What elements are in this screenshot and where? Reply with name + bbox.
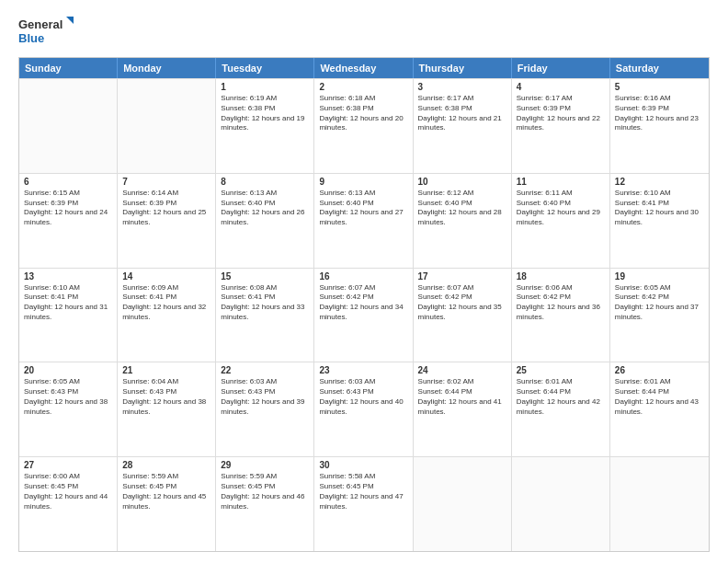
- calendar-header: SundayMondayTuesdayWednesdayThursdayFrid…: [19, 58, 709, 78]
- day-number: 22: [221, 365, 309, 375]
- cell-info: Sunrise: 6:06 AMSunset: 6:42 PMDaylight:…: [517, 283, 605, 323]
- calendar-cell-5: 5 Sunrise: 6:16 AMSunset: 6:39 PMDayligh…: [610, 79, 709, 173]
- calendar-cell-21: 21 Sunrise: 6:04 AMSunset: 6:43 PMDaylig…: [118, 362, 216, 456]
- calendar-cell-26: 26 Sunrise: 6:01 AMSunset: 6:44 PMDaylig…: [610, 362, 709, 456]
- calendar-cell-2: 2 Sunrise: 6:18 AMSunset: 6:38 PMDayligh…: [314, 79, 413, 173]
- calendar-cell-19: 19 Sunrise: 6:05 AMSunset: 6:42 PMDaylig…: [610, 269, 709, 362]
- calendar-cell-6: 6 Sunrise: 6:15 AMSunset: 6:39 PMDayligh…: [19, 174, 118, 268]
- day-number: 15: [221, 271, 309, 282]
- logo: General Blue: [18, 15, 74, 48]
- calendar-cell-10: 10 Sunrise: 6:12 AMSunset: 6:40 PMDaylig…: [414, 174, 512, 268]
- day-number: 24: [418, 365, 506, 375]
- calendar-cell-13: 13 Sunrise: 6:10 AMSunset: 6:41 PMDaylig…: [19, 269, 118, 362]
- calendar-cell-22: 22 Sunrise: 6:03 AMSunset: 6:43 PMDaylig…: [216, 362, 314, 456]
- cell-info: Sunrise: 6:02 AMSunset: 6:44 PMDaylight:…: [418, 377, 506, 417]
- logo-svg: General Blue: [18, 15, 74, 48]
- header-day-thursday: Thursday: [414, 58, 512, 78]
- cell-info: Sunrise: 6:03 AMSunset: 6:43 PMDaylight:…: [319, 377, 407, 417]
- calendar-cell-empty: [118, 79, 216, 173]
- calendar-cell-17: 17 Sunrise: 6:07 AMSunset: 6:42 PMDaylig…: [414, 269, 512, 362]
- day-number: 19: [615, 271, 704, 282]
- cell-info: Sunrise: 6:11 AMSunset: 6:40 PMDaylight:…: [517, 189, 605, 228]
- calendar-cell-4: 4 Sunrise: 6:17 AMSunset: 6:39 PMDayligh…: [512, 79, 610, 173]
- cell-info: Sunrise: 5:59 AMSunset: 6:45 PMDaylight:…: [221, 472, 309, 511]
- calendar-row-1: 1 Sunrise: 6:19 AMSunset: 6:38 PMDayligh…: [19, 78, 709, 173]
- cell-info: Sunrise: 6:10 AMSunset: 6:41 PMDaylight:…: [24, 283, 112, 323]
- calendar-cell-15: 15 Sunrise: 6:08 AMSunset: 6:41 PMDaylig…: [216, 269, 314, 362]
- calendar-cell-20: 20 Sunrise: 6:05 AMSunset: 6:43 PMDaylig…: [19, 362, 118, 456]
- calendar-cell-24: 24 Sunrise: 6:02 AMSunset: 6:44 PMDaylig…: [414, 362, 512, 456]
- day-number: 14: [122, 271, 210, 282]
- header-day-wednesday: Wednesday: [314, 58, 413, 78]
- cell-info: Sunrise: 6:13 AMSunset: 6:40 PMDaylight:…: [319, 189, 407, 228]
- cell-info: Sunrise: 6:00 AMSunset: 6:45 PMDaylight:…: [24, 472, 112, 511]
- calendar-cell-28: 28 Sunrise: 5:59 AMSunset: 6:45 PMDaylig…: [118, 457, 216, 551]
- day-number: 13: [24, 271, 112, 282]
- day-number: 17: [418, 271, 506, 282]
- cell-info: Sunrise: 6:17 AMSunset: 6:38 PMDaylight:…: [418, 94, 506, 133]
- day-number: 12: [615, 177, 704, 187]
- cell-info: Sunrise: 5:59 AMSunset: 6:45 PMDaylight:…: [122, 472, 210, 511]
- cell-info: Sunrise: 6:14 AMSunset: 6:39 PMDaylight:…: [122, 189, 210, 228]
- header-day-saturday: Saturday: [610, 58, 709, 78]
- day-number: 4: [517, 82, 605, 92]
- day-number: 10: [418, 177, 506, 187]
- cell-info: Sunrise: 6:15 AMSunset: 6:39 PMDaylight:…: [24, 189, 112, 228]
- day-number: 9: [319, 177, 407, 187]
- calendar-cell-30: 30 Sunrise: 5:58 AMSunset: 6:45 PMDaylig…: [314, 457, 413, 551]
- calendar: SundayMondayTuesdayWednesdayThursdayFrid…: [18, 57, 710, 552]
- day-number: 30: [319, 460, 407, 470]
- day-number: 6: [24, 177, 112, 187]
- day-number: 25: [517, 365, 605, 375]
- calendar-cell-3: 3 Sunrise: 6:17 AMSunset: 6:38 PMDayligh…: [414, 79, 512, 173]
- calendar-cell-25: 25 Sunrise: 6:01 AMSunset: 6:44 PMDaylig…: [512, 362, 610, 456]
- cell-info: Sunrise: 6:07 AMSunset: 6:42 PMDaylight:…: [319, 283, 407, 323]
- calendar-row-4: 20 Sunrise: 6:05 AMSunset: 6:43 PMDaylig…: [19, 362, 709, 456]
- day-number: 28: [122, 460, 210, 470]
- cell-info: Sunrise: 6:12 AMSunset: 6:40 PMDaylight:…: [418, 189, 506, 228]
- calendar-cell-11: 11 Sunrise: 6:11 AMSunset: 6:40 PMDaylig…: [512, 174, 610, 268]
- cell-info: Sunrise: 6:08 AMSunset: 6:41 PMDaylight:…: [221, 283, 309, 323]
- calendar-cell-27: 27 Sunrise: 6:00 AMSunset: 6:45 PMDaylig…: [19, 457, 118, 551]
- cell-info: Sunrise: 6:16 AMSunset: 6:39 PMDaylight:…: [615, 94, 704, 133]
- day-number: 1: [221, 82, 309, 92]
- calendar-cell-12: 12 Sunrise: 6:10 AMSunset: 6:41 PMDaylig…: [610, 174, 709, 268]
- svg-text:General: General: [18, 17, 63, 31]
- day-number: 20: [24, 365, 112, 375]
- cell-info: Sunrise: 6:03 AMSunset: 6:43 PMDaylight:…: [221, 377, 309, 417]
- cell-info: Sunrise: 6:17 AMSunset: 6:39 PMDaylight:…: [517, 94, 605, 133]
- day-number: 3: [418, 82, 506, 92]
- calendar-cell-8: 8 Sunrise: 6:13 AMSunset: 6:40 PMDayligh…: [216, 174, 314, 268]
- cell-info: Sunrise: 6:13 AMSunset: 6:40 PMDaylight:…: [221, 189, 309, 228]
- calendar-cell-empty: [512, 457, 610, 551]
- day-number: 29: [221, 460, 309, 470]
- day-number: 21: [122, 365, 210, 375]
- cell-info: Sunrise: 6:07 AMSunset: 6:42 PMDaylight:…: [418, 283, 506, 323]
- calendar-cell-7: 7 Sunrise: 6:14 AMSunset: 6:39 PMDayligh…: [118, 174, 216, 268]
- cell-info: Sunrise: 6:01 AMSunset: 6:44 PMDaylight:…: [517, 377, 605, 417]
- calendar-cell-empty: [414, 457, 512, 551]
- day-number: 26: [615, 365, 704, 375]
- calendar-cell-29: 29 Sunrise: 5:59 AMSunset: 6:45 PMDaylig…: [216, 457, 314, 551]
- calendar-row-2: 6 Sunrise: 6:15 AMSunset: 6:39 PMDayligh…: [19, 173, 709, 268]
- day-number: 2: [319, 82, 407, 92]
- svg-marker-2: [66, 17, 74, 24]
- cell-info: Sunrise: 6:10 AMSunset: 6:41 PMDaylight:…: [615, 189, 704, 228]
- calendar-row-3: 13 Sunrise: 6:10 AMSunset: 6:41 PMDaylig…: [19, 268, 709, 362]
- cell-info: Sunrise: 6:19 AMSunset: 6:38 PMDaylight:…: [221, 94, 309, 133]
- day-number: 18: [517, 271, 605, 282]
- calendar-cell-14: 14 Sunrise: 6:09 AMSunset: 6:41 PMDaylig…: [118, 269, 216, 362]
- day-number: 7: [122, 177, 210, 187]
- cell-info: Sunrise: 6:01 AMSunset: 6:44 PMDaylight:…: [615, 377, 704, 417]
- calendar-cell-1: 1 Sunrise: 6:19 AMSunset: 6:38 PMDayligh…: [216, 79, 314, 173]
- header-day-monday: Monday: [118, 58, 216, 78]
- cell-info: Sunrise: 6:09 AMSunset: 6:41 PMDaylight:…: [122, 283, 210, 323]
- header-day-friday: Friday: [512, 58, 610, 78]
- cell-info: Sunrise: 6:05 AMSunset: 6:43 PMDaylight:…: [24, 377, 112, 417]
- day-number: 16: [319, 271, 407, 282]
- day-number: 11: [517, 177, 605, 187]
- cell-info: Sunrise: 6:05 AMSunset: 6:42 PMDaylight:…: [615, 283, 704, 323]
- calendar-cell-empty: [610, 457, 709, 551]
- calendar-row-5: 27 Sunrise: 6:00 AMSunset: 6:45 PMDaylig…: [19, 456, 709, 551]
- calendar-cell-16: 16 Sunrise: 6:07 AMSunset: 6:42 PMDaylig…: [314, 269, 413, 362]
